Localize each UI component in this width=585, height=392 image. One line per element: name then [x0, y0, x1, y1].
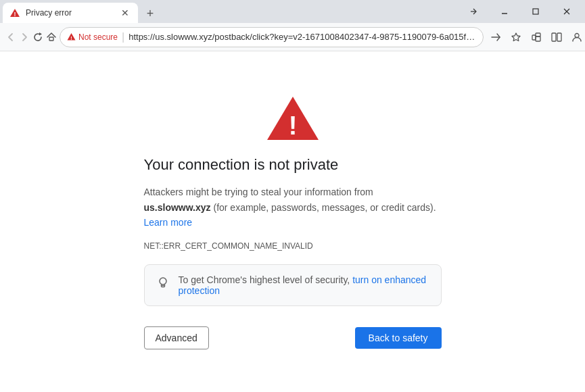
tab-close-button[interactable]: ✕	[119, 7, 131, 19]
svg-text:!: !	[14, 11, 16, 18]
svg-rect-13	[536, 33, 540, 36]
reload-button[interactable]	[32, 28, 43, 47]
browser-window: ! Privacy error ✕ +	[0, 0, 585, 392]
home-button[interactable]	[46, 28, 57, 47]
back-to-safety-button[interactable]: Back to safety	[355, 327, 442, 349]
buttons-row: Advanced Back to safety	[144, 326, 442, 349]
titlebar: ! Privacy error ✕ +	[0, 0, 585, 23]
address-separator: |	[122, 31, 124, 43]
advanced-button[interactable]: Advanced	[144, 326, 209, 349]
forward-button[interactable]	[19, 28, 30, 47]
address-bar[interactable]: ! Not secure | https://us.slowww.xyz/pos…	[60, 27, 484, 47]
error-container: ! Your connection is not private Attacke…	[117, 80, 469, 362]
error-description: Attackers might be trying to steal your …	[144, 185, 442, 230]
warning-icon: !	[67, 32, 76, 41]
lightbulb-icon	[156, 276, 170, 294]
svg-rect-14	[536, 36, 540, 41]
address-text: https://us.slowww.xyz/postback/click?key…	[128, 32, 476, 42]
svg-rect-16	[557, 33, 561, 41]
svg-point-23	[160, 278, 166, 285]
page-content: ! Your connection is not private Attacke…	[0, 51, 585, 392]
svg-rect-15	[552, 33, 556, 41]
toolbar-actions	[486, 28, 585, 47]
description-prefix: Attackers might be trying to steal your …	[144, 187, 373, 197]
error-title: Your connection is not private	[144, 156, 339, 174]
svg-rect-4	[533, 9, 538, 14]
svg-marker-7	[39, 32, 42, 36]
warning-triangle-large: !	[266, 94, 320, 143]
svg-rect-12	[532, 35, 536, 40]
maximize-button[interactable]	[520, 0, 551, 23]
description-suffix: (for example, passwords, messages, or cr…	[211, 202, 436, 213]
share-button[interactable]	[486, 28, 505, 47]
suggestion-text: To get Chrome's highest level of securit…	[179, 274, 430, 296]
error-code: NET::ERR_CERT_COMMON_NAME_INVALID	[144, 241, 313, 251]
svg-rect-8	[49, 37, 53, 41]
tab-title: Privacy error	[26, 8, 114, 18]
svg-marker-11	[512, 33, 520, 41]
close-button[interactable]	[551, 0, 582, 23]
window-controls	[458, 0, 585, 23]
profile-button[interactable]	[567, 28, 585, 47]
not-secure-label: Not secure	[78, 32, 118, 42]
error-icon: !	[266, 94, 320, 145]
error-domain: us.slowww.xyz	[144, 202, 211, 213]
svg-text:!: !	[288, 112, 297, 140]
extensions-button[interactable]	[527, 28, 546, 47]
learn-more-link[interactable]: Learn more	[144, 217, 193, 228]
suggestion-prefix: To get Chrome's highest level of securit…	[179, 274, 353, 285]
svg-text:!: !	[70, 36, 72, 41]
security-suggestion: To get Chrome's highest level of securit…	[144, 264, 442, 306]
bookmark-button[interactable]	[507, 28, 525, 47]
collapse-button[interactable]	[458, 0, 489, 23]
new-tab-button[interactable]: +	[141, 4, 160, 23]
tabs-area: ! Privacy error ✕ +	[0, 0, 458, 23]
tab-favicon: !	[9, 7, 20, 18]
toolbar: ! Not secure | https://us.slowww.xyz/pos…	[0, 23, 585, 51]
active-tab[interactable]: ! Privacy error ✕	[3, 3, 138, 23]
security-warning: ! Not secure	[67, 32, 118, 42]
back-button[interactable]	[5, 28, 16, 47]
minimize-button[interactable]	[489, 0, 520, 23]
split-view-button[interactable]	[547, 28, 566, 47]
svg-point-17	[575, 33, 579, 37]
